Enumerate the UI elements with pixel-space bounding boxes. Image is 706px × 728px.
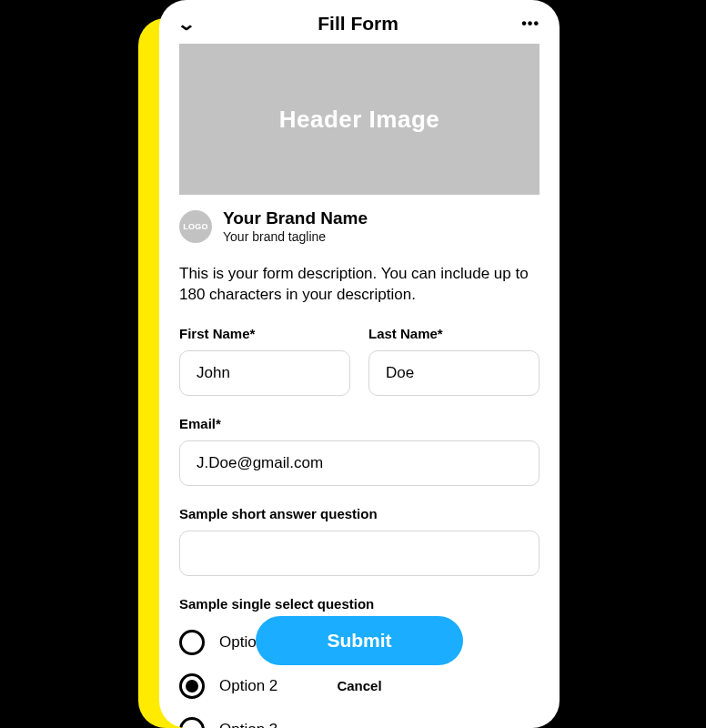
name-row: First Name* Last Name* [179, 326, 540, 396]
email-field-wrap: Email* [179, 416, 540, 486]
radio-icon [179, 630, 205, 655]
short-answer-field: Sample short answer question [179, 506, 540, 576]
page-title: Fill Form [318, 13, 398, 35]
submit-button[interactable]: Submit [256, 616, 463, 665]
header-image-placeholder: Header Image [179, 44, 540, 195]
email-field[interactable] [179, 440, 540, 486]
first-name-field: First Name* [179, 326, 350, 396]
radio-icon [179, 717, 205, 728]
first-name-label: First Name* [179, 326, 350, 341]
chevron-down-icon[interactable]: ⌄ [176, 13, 197, 35]
last-name-input[interactable] [368, 350, 540, 396]
brand-text: Your Brand Name Your brand tagline [223, 209, 368, 244]
radio-icon [179, 673, 205, 699]
brand-row: LOGO Your Brand Name Your brand tagline [179, 209, 540, 244]
brand-name: Your Brand Name [223, 209, 368, 228]
last-name-label: Last Name* [368, 326, 540, 341]
brand-logo: LOGO [179, 210, 212, 243]
radio-label: Option 3 [219, 721, 277, 728]
more-icon[interactable]: ••• [521, 15, 540, 32]
brand-logo-text: LOGO [183, 222, 208, 231]
topbar: ⌄ Fill Form ••• [159, 0, 560, 44]
form-description: This is your form description. You can i… [179, 264, 540, 306]
phone-frame: ⌄ Fill Form ••• Header Image LOGO Your B… [159, 0, 560, 728]
radio-label: Option 2 [219, 677, 277, 695]
cancel-button[interactable]: Cancel [337, 678, 381, 693]
email-label: Email* [179, 416, 540, 431]
brand-tagline: Your brand tagline [223, 229, 368, 244]
header-image-label: Header Image [279, 106, 440, 134]
radio-item-option-3[interactable]: Option 3 [179, 708, 540, 728]
short-answer-label: Sample short answer question [179, 506, 540, 521]
short-answer-input[interactable] [179, 531, 540, 576]
single-select-label: Sample single select question [179, 596, 540, 612]
last-name-field: Last Name* [368, 326, 540, 396]
first-name-input[interactable] [179, 350, 350, 396]
